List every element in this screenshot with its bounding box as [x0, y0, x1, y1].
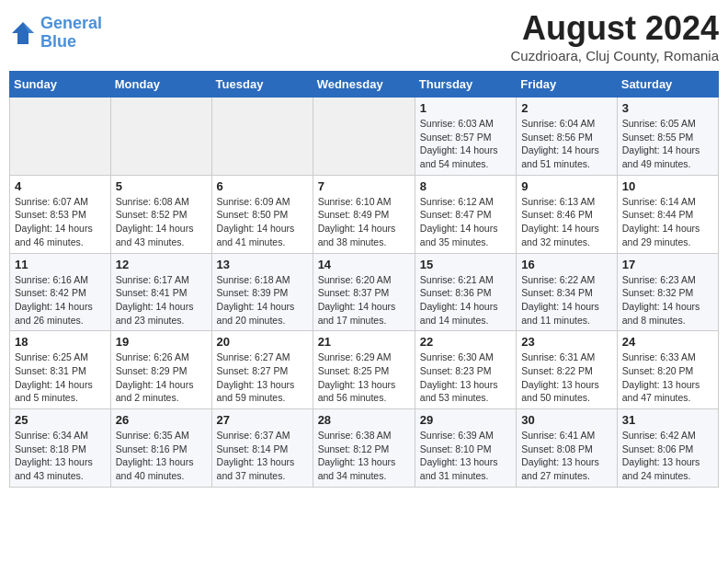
day-info: Sunrise: 6:42 AMSunset: 8:06 PMDaylight:…: [622, 430, 700, 481]
day-number: 15: [420, 258, 511, 271]
day-info: Sunrise: 6:29 AMSunset: 8:25 PMDaylight:…: [318, 351, 396, 403]
calendar-cell: 20Sunrise: 6:27 AMSunset: 8:27 PMDayligh…: [211, 331, 313, 409]
calendar-cell: 15Sunrise: 6:21 AMSunset: 8:36 PMDayligh…: [415, 253, 516, 331]
day-number: 26: [116, 413, 207, 427]
day-info: Sunrise: 6:39 AMSunset: 8:10 PMDaylight:…: [420, 430, 498, 481]
calendar-cell: 26Sunrise: 6:35 AMSunset: 8:16 PMDayligh…: [110, 409, 211, 488]
day-info: Sunrise: 6:30 AMSunset: 8:23 PMDaylight:…: [420, 351, 498, 403]
day-number: 2: [521, 101, 612, 115]
calendar-cell: 24Sunrise: 6:33 AMSunset: 8:20 PMDayligh…: [617, 331, 718, 409]
calendar-cell: 29Sunrise: 6:39 AMSunset: 8:10 PMDayligh…: [415, 409, 516, 488]
week-row-5: 25Sunrise: 6:34 AMSunset: 8:18 PMDayligh…: [10, 409, 719, 488]
day-number: 14: [318, 258, 410, 271]
day-info: Sunrise: 6:16 AMSunset: 8:42 PMDaylight:…: [15, 274, 93, 326]
day-info: Sunrise: 6:41 AMSunset: 8:08 PMDaylight:…: [521, 430, 599, 481]
weekday-header-friday: Friday: [517, 72, 618, 98]
day-number: 4: [15, 179, 106, 193]
day-number: 18: [15, 335, 106, 349]
day-number: 12: [116, 258, 207, 271]
day-info: Sunrise: 6:27 AMSunset: 8:27 PMDaylight:…: [217, 351, 295, 403]
day-number: 6: [217, 179, 308, 193]
week-row-1: 1Sunrise: 6:03 AMSunset: 8:57 PMDaylight…: [10, 98, 719, 176]
calendar-cell: 5Sunrise: 6:08 AMSunset: 8:52 PMDaylight…: [110, 175, 211, 253]
calendar-cell: 8Sunrise: 6:12 AMSunset: 8:47 PMDaylight…: [415, 175, 516, 253]
calendar-cell: 14Sunrise: 6:20 AMSunset: 8:37 PMDayligh…: [313, 253, 415, 331]
calendar-cell: 12Sunrise: 6:17 AMSunset: 8:41 PMDayligh…: [110, 253, 211, 331]
calendar-cell: 6Sunrise: 6:09 AMSunset: 8:50 PMDaylight…: [211, 175, 313, 253]
day-number: 21: [318, 335, 410, 349]
day-number: 28: [318, 413, 410, 427]
day-info: Sunrise: 6:08 AMSunset: 8:52 PMDaylight:…: [116, 196, 194, 247]
day-number: 22: [420, 335, 511, 349]
weekday-header-saturday: Saturday: [617, 72, 718, 98]
day-number: 8: [420, 179, 511, 193]
day-info: Sunrise: 6:03 AMSunset: 8:57 PMDaylight:…: [420, 118, 498, 169]
day-number: 17: [622, 258, 713, 271]
weekday-header-sunday: Sunday: [10, 72, 111, 98]
day-info: Sunrise: 6:13 AMSunset: 8:46 PMDaylight:…: [521, 196, 599, 247]
day-info: Sunrise: 6:18 AMSunset: 8:39 PMDaylight:…: [217, 274, 295, 326]
day-info: Sunrise: 6:21 AMSunset: 8:36 PMDaylight:…: [420, 274, 498, 326]
calendar-cell: [110, 98, 211, 176]
week-row-3: 11Sunrise: 6:16 AMSunset: 8:42 PMDayligh…: [10, 253, 719, 331]
weekday-header-monday: Monday: [110, 72, 211, 98]
day-info: Sunrise: 6:09 AMSunset: 8:50 PMDaylight:…: [217, 196, 295, 247]
day-info: Sunrise: 6:35 AMSunset: 8:16 PMDaylight:…: [116, 430, 194, 481]
day-number: 11: [15, 258, 106, 271]
calendar-table: SundayMondayTuesdayWednesdayThursdayFrid…: [9, 71, 719, 488]
month-year: August 2024: [511, 9, 720, 48]
day-number: 3: [622, 101, 713, 115]
day-number: 10: [622, 179, 713, 193]
day-number: 5: [116, 179, 207, 193]
weekday-header-thursday: Thursday: [415, 72, 516, 98]
week-row-2: 4Sunrise: 6:07 AMSunset: 8:53 PMDaylight…: [10, 175, 719, 253]
calendar-cell: 13Sunrise: 6:18 AMSunset: 8:39 PMDayligh…: [211, 253, 313, 331]
calendar-cell: 2Sunrise: 6:04 AMSunset: 8:56 PMDaylight…: [517, 98, 618, 176]
day-info: Sunrise: 6:12 AMSunset: 8:47 PMDaylight:…: [420, 196, 498, 247]
calendar-cell: 9Sunrise: 6:13 AMSunset: 8:46 PMDaylight…: [517, 175, 618, 253]
calendar-cell: [10, 98, 111, 176]
calendar-cell: 19Sunrise: 6:26 AMSunset: 8:29 PMDayligh…: [110, 331, 211, 409]
day-number: 27: [217, 413, 308, 427]
day-number: 25: [15, 413, 106, 427]
day-info: Sunrise: 6:26 AMSunset: 8:29 PMDaylight:…: [116, 351, 194, 403]
weekday-header-tuesday: Tuesday: [211, 72, 313, 98]
day-number: 19: [116, 335, 207, 349]
weekday-header-wednesday: Wednesday: [313, 72, 415, 98]
day-number: 29: [420, 413, 511, 427]
calendar-cell: 28Sunrise: 6:38 AMSunset: 8:12 PMDayligh…: [313, 409, 415, 488]
calendar-cell: 7Sunrise: 6:10 AMSunset: 8:49 PMDaylight…: [313, 175, 415, 253]
calendar-cell: [211, 98, 313, 176]
day-info: Sunrise: 6:31 AMSunset: 8:22 PMDaylight:…: [521, 351, 599, 403]
calendar-cell: [313, 98, 415, 176]
calendar-cell: 25Sunrise: 6:34 AMSunset: 8:18 PMDayligh…: [10, 409, 111, 488]
calendar-cell: 17Sunrise: 6:23 AMSunset: 8:32 PMDayligh…: [617, 253, 718, 331]
day-info: Sunrise: 6:25 AMSunset: 8:31 PMDaylight:…: [15, 351, 93, 403]
day-number: 31: [622, 413, 713, 427]
day-number: 13: [217, 258, 308, 271]
logo-text: General Blue: [40, 15, 102, 52]
day-number: 1: [420, 101, 511, 115]
calendar-cell: 16Sunrise: 6:22 AMSunset: 8:34 PMDayligh…: [517, 253, 618, 331]
header: General Blue August 2024 Cuzdrioara, Clu…: [9, 9, 719, 63]
calendar-cell: 18Sunrise: 6:25 AMSunset: 8:31 PMDayligh…: [10, 331, 111, 409]
day-number: 20: [217, 335, 308, 349]
day-info: Sunrise: 6:04 AMSunset: 8:56 PMDaylight:…: [521, 118, 599, 169]
calendar-cell: 10Sunrise: 6:14 AMSunset: 8:44 PMDayligh…: [617, 175, 718, 253]
weekday-header-row: SundayMondayTuesdayWednesdayThursdayFrid…: [10, 72, 719, 98]
day-info: Sunrise: 6:23 AMSunset: 8:32 PMDaylight:…: [622, 274, 700, 326]
calendar-cell: 11Sunrise: 6:16 AMSunset: 8:42 PMDayligh…: [10, 253, 111, 331]
calendar-cell: 31Sunrise: 6:42 AMSunset: 8:06 PMDayligh…: [617, 409, 718, 488]
calendar-cell: 4Sunrise: 6:07 AMSunset: 8:53 PMDaylight…: [10, 175, 111, 253]
day-info: Sunrise: 6:22 AMSunset: 8:34 PMDaylight:…: [521, 274, 599, 326]
calendar-cell: 21Sunrise: 6:29 AMSunset: 8:25 PMDayligh…: [313, 331, 415, 409]
day-info: Sunrise: 6:10 AMSunset: 8:49 PMDaylight:…: [318, 196, 396, 247]
logo: General Blue: [9, 15, 102, 52]
day-info: Sunrise: 6:14 AMSunset: 8:44 PMDaylight:…: [622, 196, 700, 247]
day-number: 9: [521, 179, 612, 193]
day-number: 24: [622, 335, 713, 349]
day-number: 23: [521, 335, 612, 349]
calendar-cell: 27Sunrise: 6:37 AMSunset: 8:14 PMDayligh…: [211, 409, 313, 488]
calendar-cell: 1Sunrise: 6:03 AMSunset: 8:57 PMDaylight…: [415, 98, 516, 176]
day-number: 7: [318, 179, 410, 193]
